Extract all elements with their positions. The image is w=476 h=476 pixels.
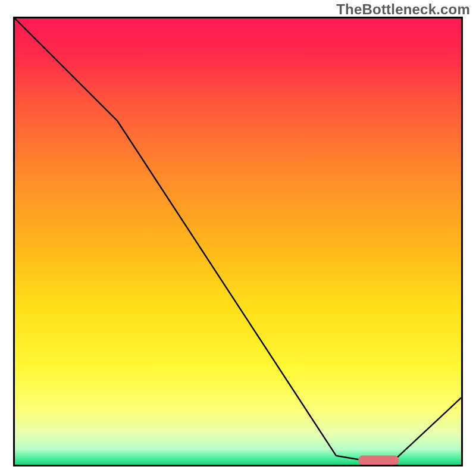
chart-svg — [15, 18, 461, 465]
plot-area — [13, 17, 463, 466]
watermark-text: TheBottleneck.com — [336, 1, 470, 18]
chart-frame: TheBottleneck.com — [0, 0, 476, 476]
